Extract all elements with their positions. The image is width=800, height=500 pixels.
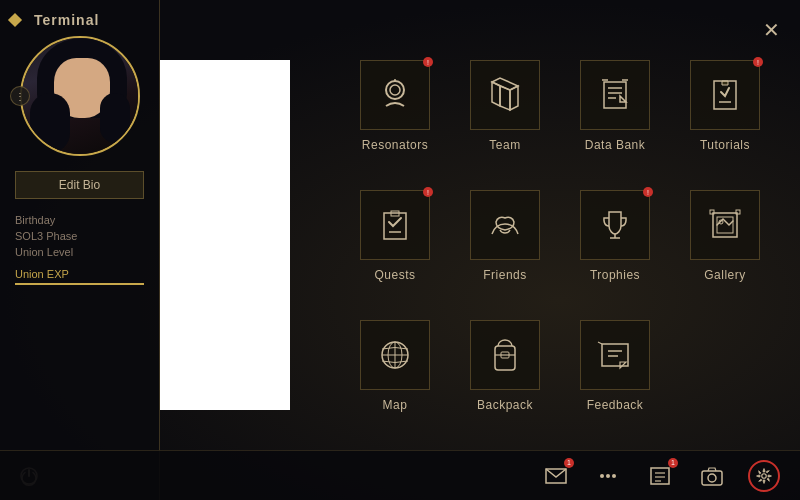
tutorials-icon-wrap: ! xyxy=(690,60,760,130)
avatar-menu-button[interactable]: ⋮ xyxy=(10,86,30,106)
tutorials-notif: ! xyxy=(753,57,763,67)
svg-line-31 xyxy=(598,342,602,344)
tutorials-icon xyxy=(704,74,746,116)
terminal-header: Terminal xyxy=(0,0,159,36)
menu-grid: ! Resonators Team xyxy=(340,40,780,420)
mail-button[interactable]: 1 xyxy=(540,460,572,492)
diamond-icon xyxy=(8,13,22,27)
menu-item-feedback[interactable]: Feedback xyxy=(565,300,665,420)
svg-point-36 xyxy=(612,474,616,478)
quests-icon-wrap: ! xyxy=(360,190,430,260)
camera-button[interactable] xyxy=(696,460,728,492)
avatar-char xyxy=(22,38,138,154)
svg-rect-11 xyxy=(384,213,406,239)
backpack-icon-wrap xyxy=(470,320,540,390)
main-content: ! Resonators Team xyxy=(310,0,800,500)
menu-item-gallery[interactable]: Gallery xyxy=(675,170,775,290)
friends-icon-wrap xyxy=(470,190,540,260)
menu-item-quests[interactable]: ! Quests xyxy=(345,170,445,290)
map-icon xyxy=(374,334,416,376)
quests-notif: ! xyxy=(423,187,433,197)
union-exp-label: Union EXP xyxy=(15,268,144,280)
menu-item-team[interactable]: Team xyxy=(455,40,555,160)
settings-button[interactable] xyxy=(748,460,780,492)
sidebar: Terminal ⋮ Edit Bio Birthday SOL3 Phase … xyxy=(0,0,160,500)
menu-item-resonators[interactable]: ! Resonators xyxy=(345,40,445,160)
svg-point-1 xyxy=(390,85,400,95)
trophies-label: Trophies xyxy=(590,268,640,282)
char-hair-right xyxy=(100,93,130,143)
birthday-field: Birthday xyxy=(15,214,144,226)
resonators-label: Resonators xyxy=(362,138,428,152)
trophies-icon-wrap: ! xyxy=(580,190,650,260)
gallery-label: Gallery xyxy=(704,268,746,282)
menu-item-map[interactable]: Map xyxy=(345,300,445,420)
trophies-icon xyxy=(594,204,636,246)
backpack-icon xyxy=(484,334,526,376)
svg-rect-3 xyxy=(604,82,626,108)
team-label: Team xyxy=(489,138,520,152)
union-level-field: Union Level xyxy=(15,246,144,258)
bottom-bar: 1 1 xyxy=(0,450,800,500)
profile-info: Birthday SOL3 Phase Union Level xyxy=(0,214,159,258)
team-icon-wrap xyxy=(470,60,540,130)
svg-point-35 xyxy=(606,474,610,478)
avatar-frame xyxy=(20,36,140,156)
quests-icon xyxy=(374,204,416,246)
sol3-phase-field: SOL3 Phase xyxy=(15,230,144,242)
gallery-icon xyxy=(704,204,746,246)
svg-rect-37 xyxy=(651,468,669,484)
svg-point-43 xyxy=(762,473,767,478)
svg-rect-28 xyxy=(602,344,628,366)
resonators-notif: ! xyxy=(423,57,433,67)
friends-label: Friends xyxy=(483,268,527,282)
databank-label: Data Bank xyxy=(585,138,646,152)
union-exp-bar: Union EXP xyxy=(15,268,144,285)
databank-icon xyxy=(594,74,636,116)
svg-point-0 xyxy=(386,81,404,99)
map-label: Map xyxy=(383,398,408,412)
svg-rect-41 xyxy=(702,471,722,485)
avatar-area: ⋮ xyxy=(20,36,140,156)
feedback-icon xyxy=(594,334,636,376)
close-button[interactable]: ✕ xyxy=(763,18,780,42)
menu-item-databank[interactable]: Data Bank xyxy=(565,40,665,160)
feedback-label: Feedback xyxy=(587,398,644,412)
feedback-icon-wrap xyxy=(580,320,650,390)
char-hair-left xyxy=(30,93,70,153)
map-icon-wrap xyxy=(360,320,430,390)
resonators-icon xyxy=(374,74,416,116)
resonators-icon-wrap: ! xyxy=(360,60,430,130)
menu-dots-button[interactable] xyxy=(592,460,624,492)
menu-item-friends[interactable]: Friends xyxy=(455,170,555,290)
report-button[interactable]: 1 xyxy=(644,460,676,492)
quests-label: Quests xyxy=(374,268,415,282)
menu-item-trophies[interactable]: ! Trophies xyxy=(565,170,665,290)
menu-item-backpack[interactable]: Backpack xyxy=(455,300,555,420)
svg-point-34 xyxy=(600,474,604,478)
friends-icon xyxy=(484,204,526,246)
edit-bio-button[interactable]: Edit Bio xyxy=(15,171,144,199)
tutorials-label: Tutorials xyxy=(700,138,750,152)
trophies-notif: ! xyxy=(643,187,653,197)
team-icon xyxy=(484,74,526,116)
databank-icon-wrap xyxy=(580,60,650,130)
report-notification: 1 xyxy=(668,458,678,468)
svg-rect-17 xyxy=(717,217,733,233)
mail-notification: 1 xyxy=(564,458,574,468)
backpack-label: Backpack xyxy=(477,398,533,412)
menu-item-tutorials[interactable]: ! Tutorials xyxy=(675,40,775,160)
svg-point-42 xyxy=(708,474,716,482)
terminal-title: Terminal xyxy=(34,12,99,28)
gallery-icon-wrap xyxy=(690,190,760,260)
white-panel xyxy=(160,60,290,410)
